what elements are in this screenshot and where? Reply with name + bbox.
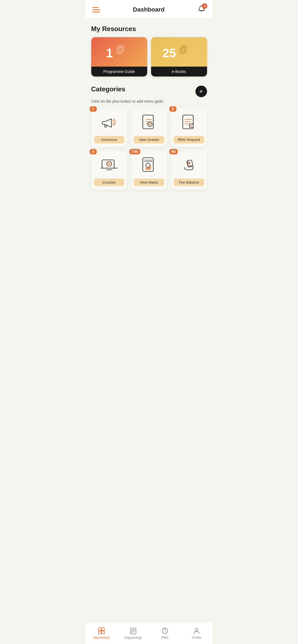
category-card-courses[interactable]: 5 Courses bbox=[91, 151, 127, 190]
courses-label: Courses bbox=[94, 179, 125, 186]
resources-section: My Resources 1 Program bbox=[91, 25, 207, 77]
nav-rms-label: RMS bbox=[161, 636, 169, 640]
add-category-button[interactable]: + bbox=[195, 86, 207, 97]
category-card-fee-balance[interactable]: Nil Fee Balance bbox=[171, 151, 207, 190]
main-content: My Resources 1 Program bbox=[86, 18, 213, 217]
resource-card-programme-guide[interactable]: 1 Programme Guide bbox=[91, 37, 147, 77]
resources-title: My Resources bbox=[91, 25, 207, 33]
nav-profile-label: Profile bbox=[192, 636, 201, 640]
rms-request-label: RMS Request bbox=[174, 136, 204, 143]
nav-item-rms[interactable]: RMS bbox=[149, 622, 181, 644]
svg-point-18 bbox=[107, 161, 112, 166]
fee-balance-badge: Nil bbox=[169, 149, 178, 154]
notification-button[interactable]: 8 bbox=[197, 5, 206, 14]
category-card-view-grades[interactable]: View Grades bbox=[131, 108, 167, 147]
rms-request-badge: 0 bbox=[169, 106, 176, 112]
category-card-announce[interactable]: 7 Announce bbox=[91, 108, 127, 147]
fee-balance-label: Fee Balance bbox=[174, 179, 204, 186]
categories-grid: 7 Announce bbox=[91, 108, 207, 190]
nav-item-happenings[interactable]: Happenings bbox=[117, 622, 149, 644]
courses-laptop-icon bbox=[99, 155, 119, 175]
ebooks-icon bbox=[179, 45, 195, 61]
nav-item-dashboard[interactable]: Dashboard bbox=[86, 622, 117, 644]
courses-badge: 5 bbox=[90, 149, 97, 154]
svg-point-12 bbox=[148, 122, 152, 127]
category-card-rms-request[interactable]: 0 RMS Request bbox=[171, 108, 207, 147]
svg-line-26 bbox=[188, 163, 190, 163]
hamburger-menu[interactable] bbox=[92, 7, 100, 12]
svg-rect-31 bbox=[102, 631, 104, 634]
category-card-view-marks[interactable]: 7.60 View Marks bbox=[131, 151, 167, 190]
rms-doc-icon bbox=[179, 113, 199, 133]
svg-rect-28 bbox=[98, 628, 101, 631]
ebooks-count: 25 bbox=[163, 46, 176, 60]
categories-header: Categories + bbox=[91, 85, 207, 97]
resource-card-top: 25 bbox=[151, 37, 207, 67]
resource-card-ebooks[interactable]: 25 e-Books bbox=[151, 37, 207, 77]
nav-dashboard-label: Dashboard bbox=[93, 636, 110, 640]
svg-line-27 bbox=[188, 164, 190, 164]
announce-label: Announce bbox=[94, 136, 125, 143]
categories-section: Categories + Click on the plus button to… bbox=[91, 85, 207, 190]
programme-guide-count: 1 bbox=[106, 46, 113, 60]
notification-badge: 8 bbox=[202, 3, 207, 9]
view-marks-label: View Marks bbox=[134, 179, 164, 186]
svg-rect-22 bbox=[146, 168, 147, 170]
svg-rect-23 bbox=[147, 167, 149, 170]
books-icon bbox=[116, 45, 132, 61]
svg-point-19 bbox=[108, 161, 110, 163]
view-marks-badge: 7.60 bbox=[129, 149, 140, 154]
megaphone-icon bbox=[99, 113, 119, 133]
page-title: Dashboard bbox=[133, 6, 165, 13]
view-grades-label: View Grades bbox=[134, 136, 164, 143]
fee-hand-icon bbox=[179, 155, 199, 175]
svg-point-37 bbox=[195, 628, 198, 631]
nav-happenings-label: Happenings bbox=[124, 636, 142, 640]
resources-row: 1 Programme Guide 25 bbox=[91, 37, 207, 77]
svg-rect-29 bbox=[102, 628, 104, 631]
marks-doc-icon bbox=[139, 155, 159, 175]
resource-card-top: 1 bbox=[91, 37, 147, 67]
announce-badge: 7 bbox=[90, 106, 97, 112]
ebooks-label: e-Books bbox=[151, 67, 207, 77]
bottom-navigation: Dashboard Happenings RMS Profile bbox=[86, 622, 213, 644]
grades-doc-icon bbox=[139, 113, 159, 133]
categories-hint: Click on the plus button to add menu gri… bbox=[91, 99, 207, 103]
programme-guide-label: Programme Guide bbox=[91, 67, 147, 77]
svg-rect-30 bbox=[98, 631, 101, 634]
app-header: Dashboard 8 bbox=[86, 0, 213, 18]
nav-item-profile[interactable]: Profile bbox=[181, 622, 213, 644]
categories-title: Categories bbox=[91, 85, 125, 93]
svg-rect-24 bbox=[149, 166, 151, 170]
